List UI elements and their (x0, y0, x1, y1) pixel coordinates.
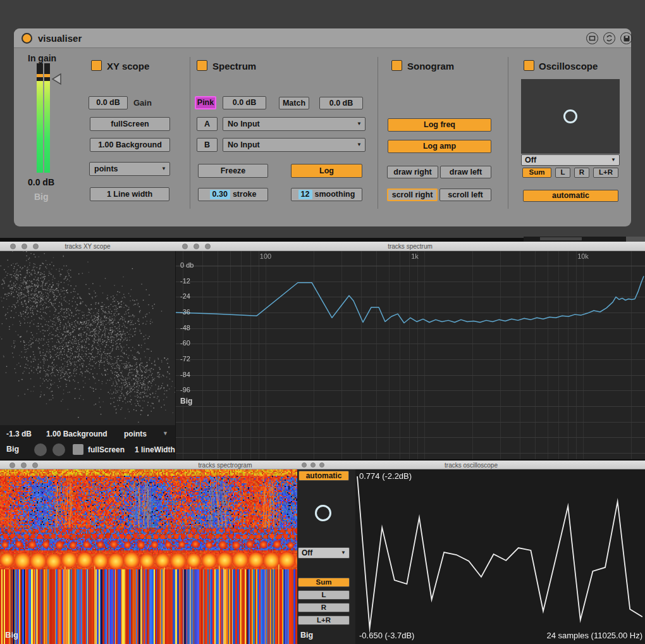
log-freq-button[interactable]: Log freq (388, 118, 491, 132)
xy-line-width-numbox[interactable]: 1 Line width (90, 187, 169, 201)
input-a-value: No Input (228, 120, 260, 128)
unfold-icon[interactable] (586, 32, 598, 44)
chevron-down-icon: ▼ (611, 158, 616, 163)
xy-window-title: tracks XY scope (0, 243, 175, 250)
smoothing-numbox[interactable]: 12smoothing (291, 188, 362, 201)
spectrum-level-a-numbox[interactable]: 0.0 dB (223, 96, 266, 109)
stroke-numbox[interactable]: 0.30stroke (198, 188, 268, 201)
osc-source-dropdown[interactable]: Off▼ (521, 154, 620, 166)
osc-r-button[interactable]: R (574, 168, 589, 178)
osc-window-r-button[interactable]: R (298, 603, 350, 612)
xy-scope-checkbox[interactable] (91, 60, 102, 71)
xy-fullscreen-checkbox[interactable] (73, 444, 83, 455)
scroll-left-button[interactable]: scroll left (439, 189, 491, 201)
freq-tick-label: 100 (260, 252, 271, 260)
hot-swap-icon[interactable] (603, 32, 615, 44)
draw-right-button[interactable]: draw right (387, 166, 438, 178)
osc-window-size-label: Big (300, 631, 313, 640)
db-tick-label: -84 (180, 371, 190, 378)
section-divider (378, 57, 378, 209)
input-a-button[interactable]: A (197, 117, 218, 131)
spectrum-display: Big 1001k10k0 db-12-24-36-48-60-72-84-96 (175, 251, 645, 461)
spectrogram-window-titlebar[interactable]: tracks spectrogram (0, 461, 297, 469)
osc-samples-label: 24 samples (11025.00 Hz) (546, 631, 642, 640)
xy-toggle-b[interactable] (52, 443, 65, 456)
pink-noise-button[interactable]: Pink (195, 96, 216, 109)
input-a-dropdown[interactable]: No Input▼ (223, 117, 366, 131)
chevron-down-icon: ▼ (161, 166, 166, 171)
xy-background-numbox[interactable]: 1.00 Background (90, 138, 170, 152)
osc-lr-button[interactable]: L+R (593, 168, 618, 178)
osc-window-titlebar[interactable]: tracks oscilloscope (297, 461, 645, 469)
osc-window-automatic-button[interactable]: automatic (298, 471, 349, 481)
db-tick-label: 0 db (180, 261, 194, 269)
in-gain-label: In gain (28, 53, 56, 63)
in-gain-size-label: Big (34, 192, 49, 202)
osc-window-panel: automatic Off▼ Sum L R L+R Big (297, 469, 355, 644)
in-gain-meter[interactable] (37, 63, 50, 173)
input-b-value: No Input (228, 141, 260, 149)
in-gain-value[interactable]: 0.0 dB (28, 177, 54, 187)
osc-window-l-button[interactable]: L (298, 590, 350, 600)
osc-source-value: Off (525, 156, 536, 164)
spectrogram-window-title: tracks spectrogram (198, 462, 252, 469)
db-tick-label: -36 (180, 308, 190, 316)
xy-window-background[interactable]: 1.00 Background (46, 430, 108, 438)
osc-window-lr-button[interactable]: L+R (298, 616, 350, 625)
device-title-bar (14, 28, 631, 48)
db-tick-label: -24 (180, 292, 190, 300)
xy-toggle-a[interactable] (34, 443, 47, 456)
xy-mode-dropdown[interactable]: points▼ (89, 162, 170, 176)
chevron-down-icon[interactable]: ▼ (163, 430, 168, 437)
osc-window-sum-button[interactable]: Sum (298, 578, 350, 587)
spectrum-window-title: tracks spectrum (175, 243, 645, 250)
osc-l-button[interactable]: L (555, 168, 570, 178)
spectrum-checkbox[interactable] (197, 60, 207, 71)
freeze-button[interactable]: Freeze (198, 164, 268, 178)
spectrogram-display-canvas (0, 469, 297, 644)
osc-scope-display: 0.774 (-2.2dB) -0.650 (-3.7dB) 24 sample… (355, 469, 645, 644)
sonogram-checkbox[interactable] (391, 60, 402, 71)
xy-window-gain[interactable]: -1.3 dB (6, 430, 32, 438)
freq-tick-label: 1k (411, 252, 419, 260)
xy-window-line-width[interactable]: 1 lineWidth (135, 445, 175, 454)
save-icon[interactable] (620, 32, 632, 44)
chevron-down-icon: ▼ (357, 121, 362, 127)
match-button[interactable]: Match (279, 97, 309, 109)
xy-window-fullscreen-label[interactable]: fullScreen (88, 445, 125, 454)
device-panel: visualiser In gain 0.0 dB Big XY scope 0… (14, 28, 631, 226)
xy-window-mode-dropdown[interactable]: points (124, 430, 147, 438)
spectrum-title: Spectrum (212, 61, 256, 71)
device-on-toggle[interactable] (22, 33, 32, 44)
background-window-edge (524, 237, 645, 242)
sonogram-title: Sonogram (407, 61, 454, 71)
in-gain-handle[interactable] (51, 73, 62, 85)
input-b-button[interactable]: B (197, 138, 218, 152)
log-amp-button[interactable]: Log amp (388, 140, 491, 153)
input-b-dropdown[interactable]: No Input▼ (223, 138, 366, 152)
section-divider (190, 57, 190, 209)
db-tick-label: -60 (180, 339, 190, 347)
oscilloscope-checkbox[interactable] (524, 60, 534, 71)
osc-sum-button[interactable]: Sum (522, 168, 551, 178)
xy-fullscreen-button[interactable]: fullScreen (90, 117, 170, 131)
maximize-icon[interactable] (32, 462, 38, 468)
spectrum-window-titlebar[interactable]: tracks spectrum (175, 242, 645, 251)
freq-tick-label: 10k (577, 252, 589, 260)
osc-automatic-button[interactable]: automatic (523, 190, 618, 202)
section-divider (508, 57, 508, 209)
xy-gain-numbox[interactable]: 0.0 dB (89, 96, 128, 109)
xy-window-titlebar[interactable]: tracks XY scope (0, 242, 175, 251)
smoothing-value: 12 (298, 190, 312, 199)
osc-waveform-canvas (355, 469, 645, 644)
scroll-right-button[interactable]: scroll right (387, 189, 438, 201)
spectrum-level-b-numbox[interactable]: 0.0 dB (319, 97, 363, 109)
log-button[interactable]: Log (291, 164, 362, 178)
xy-window-size-label: Big (6, 445, 19, 454)
db-tick-label: -96 (180, 386, 190, 393)
close-icon[interactable] (9, 462, 15, 468)
device-title: visualiser (38, 33, 82, 44)
minimize-icon[interactable] (21, 462, 27, 468)
draw-left-button[interactable]: draw left (440, 166, 491, 178)
osc-window-source-dropdown[interactable]: Off▼ (298, 547, 350, 559)
